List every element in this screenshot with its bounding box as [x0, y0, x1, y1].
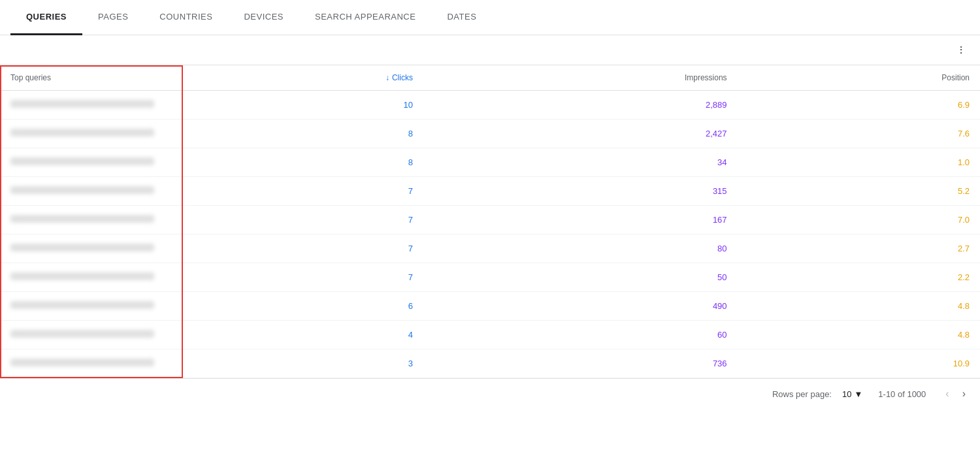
- pagination-nav: ‹ ›: [941, 387, 970, 401]
- sort-arrow-icon: ↓: [385, 73, 389, 82]
- table-row: 73155.2: [0, 177, 980, 206]
- cell-impressions: 80: [423, 234, 738, 263]
- tab-devices[interactable]: DEVICES: [228, 0, 299, 35]
- col-header-query: Top queries: [0, 65, 183, 91]
- cell-clicks: 3: [183, 349, 423, 378]
- next-page-button[interactable]: ›: [958, 387, 970, 401]
- cell-position: 2.2: [738, 263, 980, 292]
- cell-query: [0, 263, 183, 292]
- cell-query: [0, 120, 183, 148]
- table-row: 4604.8: [0, 321, 980, 349]
- cell-query: [0, 177, 183, 206]
- cell-query: [0, 206, 183, 234]
- cell-clicks: 7: [183, 177, 423, 206]
- cell-impressions: 315: [423, 177, 738, 206]
- col-header-impressions: Impressions: [423, 65, 738, 91]
- cell-impressions: 2,889: [423, 91, 738, 120]
- cell-clicks: 10: [183, 91, 423, 120]
- table-row: 8341.0: [0, 148, 980, 177]
- table-row: 64904.8: [0, 292, 980, 321]
- pagination-range: 1-10 of 1000: [878, 389, 926, 399]
- cell-position: 6.9: [738, 91, 980, 120]
- cell-position: 1.0: [738, 148, 980, 177]
- cell-query: [0, 91, 183, 120]
- cell-position: 7.0: [738, 206, 980, 234]
- tab-pages[interactable]: PAGES: [82, 0, 144, 35]
- table-container: Top queries ↓Clicks Impressions Position…: [0, 65, 980, 378]
- cell-position: 2.7: [738, 234, 980, 263]
- cell-position: 4.8: [738, 292, 980, 321]
- filter-icon[interactable]: ⫶: [953, 40, 970, 59]
- cell-clicks: 7: [183, 206, 423, 234]
- cell-query: [0, 234, 183, 263]
- cell-impressions: 34: [423, 148, 738, 177]
- cell-position: 7.6: [738, 120, 980, 148]
- cell-impressions: 736: [423, 349, 738, 378]
- prev-page-button[interactable]: ‹: [941, 387, 953, 401]
- cell-query: [0, 148, 183, 177]
- col-header-position: Position: [738, 65, 980, 91]
- table-footer: Rows per page: 10 ▼ 1-10 of 1000 ‹ ›: [0, 378, 980, 409]
- cell-query: [0, 292, 183, 321]
- table-row: 373610.9: [0, 349, 980, 378]
- data-table: Top queries ↓Clicks Impressions Position…: [0, 65, 980, 378]
- col-header-clicks[interactable]: ↓Clicks: [183, 65, 423, 91]
- table-row: 71677.0: [0, 206, 980, 234]
- cell-position: 5.2: [738, 177, 980, 206]
- table-row: 82,4277.6: [0, 120, 980, 148]
- rows-per-page-label: Rows per page:: [772, 389, 832, 399]
- cell-impressions: 50: [423, 263, 738, 292]
- tab-search-appearance[interactable]: SEARCH APPEARANCE: [299, 0, 431, 35]
- cell-clicks: 8: [183, 120, 423, 148]
- cell-impressions: 490: [423, 292, 738, 321]
- tab-queries[interactable]: QUERIES: [10, 0, 82, 35]
- toolbar: ⫶: [0, 35, 980, 65]
- cell-impressions: 2,427: [423, 120, 738, 148]
- tab-countries[interactable]: COUNTRIES: [144, 0, 228, 35]
- cell-impressions: 60: [423, 321, 738, 349]
- table-row: 7502.2: [0, 263, 980, 292]
- cell-query: [0, 321, 183, 349]
- cell-impressions: 167: [423, 206, 738, 234]
- cell-clicks: 7: [183, 263, 423, 292]
- tabs-bar: QUERIESPAGESCOUNTRIESDEVICESSEARCH APPEA…: [0, 0, 980, 35]
- tab-dates[interactable]: DATES: [431, 0, 492, 35]
- table-row: 7802.7: [0, 234, 980, 263]
- cell-clicks: 8: [183, 148, 423, 177]
- cell-position: 4.8: [738, 321, 980, 349]
- cell-clicks: 6: [183, 292, 423, 321]
- cell-query: [0, 349, 183, 378]
- table-row: 102,8896.9: [0, 91, 980, 120]
- cell-clicks: 7: [183, 234, 423, 263]
- cell-clicks: 4: [183, 321, 423, 349]
- cell-position: 10.9: [738, 349, 980, 378]
- rows-per-page-select[interactable]: 10 ▼: [842, 389, 862, 399]
- chevron-down-icon: ▼: [854, 389, 862, 399]
